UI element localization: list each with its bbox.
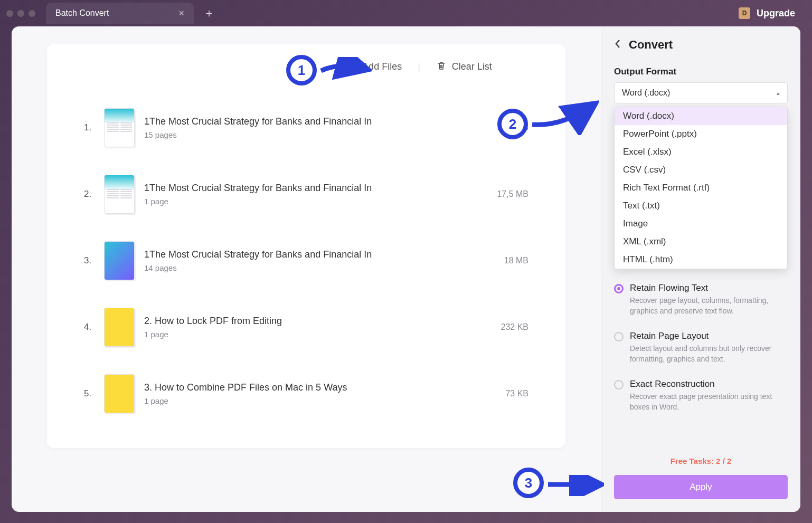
file-meta: 3. How to Combine PDF Files on Mac in 5 …	[144, 382, 471, 405]
caret-up-icon: ▴	[777, 90, 780, 97]
file-list: 1.1The Most Crucial Strategy for Banks a…	[47, 94, 565, 427]
add-tab-button[interactable]: ＋	[203, 5, 215, 21]
format-option[interactable]: PowerPoint (.pptx)	[615, 125, 787, 143]
file-pages: 1 page	[144, 330, 471, 339]
file-size: 73 KB	[481, 389, 528, 398]
file-index: 1.	[84, 122, 95, 133]
upgrade-area[interactable]: D Upgrade	[739, 7, 795, 19]
toolbar-separator: |	[418, 61, 420, 72]
tab-title: Batch Convert	[55, 8, 109, 18]
main-panel: Add Files | Clear List 1.1The Most Cruci…	[12, 26, 601, 512]
output-format-dropdown[interactable]: Word (.docx)PowerPoint (.pptx)Excel (.xl…	[614, 107, 788, 269]
back-icon[interactable]	[614, 39, 621, 52]
format-option[interactable]: Text (.txt)	[615, 197, 787, 215]
file-card: Add Files | Clear List 1.1The Most Cruci…	[47, 44, 565, 448]
layout-mode-radios: Retain Flowing TextRecover page layout, …	[601, 269, 800, 420]
file-row[interactable]: 3.1The Most Crucial Strategy for Banks a…	[84, 227, 528, 294]
side-header: Convert	[601, 26, 800, 57]
close-tab-icon[interactable]: ×	[178, 8, 184, 19]
layout-radio[interactable]: Exact ReconstructionRecover exact page p…	[614, 372, 788, 420]
layout-radio[interactable]: Retain Page LayoutDetect layout and colu…	[614, 324, 788, 372]
output-format-selected: Word (.docx)	[622, 88, 670, 98]
file-row[interactable]: 4.2. How to Lock PDF from Editing1 page2…	[84, 294, 528, 360]
radio-description: Recover exact page presentation using te…	[630, 392, 788, 412]
output-format-select[interactable]: Word (.docx) ▴	[614, 82, 788, 103]
apply-label: Apply	[690, 482, 712, 492]
file-title: 1The Most Crucial Strategy for Banks and…	[144, 249, 471, 260]
annotation-1: 1	[286, 55, 317, 85]
file-title: 1The Most Crucial Strategy for Banks and…	[144, 183, 471, 194]
window-titlebar: Batch Convert × ＋ D Upgrade	[0, 0, 812, 26]
close-window-icon[interactable]	[6, 10, 13, 17]
format-option[interactable]: Excel (.xlsx)	[615, 143, 787, 161]
file-size: 17,5 MB	[481, 189, 528, 199]
file-title: 3. How to Combine PDF Files on Mac in 5 …	[144, 382, 471, 393]
radio-title: Retain Flowing Text	[630, 283, 788, 293]
file-thumbnail	[104, 108, 135, 147]
side-title: Convert	[629, 38, 673, 52]
file-pages: 1 page	[144, 396, 471, 405]
format-option[interactable]: XML (.xml)	[615, 233, 787, 251]
annotation-2: 2	[497, 109, 528, 139]
file-index: 4.	[84, 322, 95, 332]
file-meta: 1The Most Crucial Strategy for Banks and…	[144, 116, 471, 139]
file-meta: 1The Most Crucial Strategy for Banks and…	[144, 249, 471, 272]
convert-side-panel: Convert Output Format Word (.docx) ▴ Wor…	[601, 26, 800, 512]
format-option[interactable]: Word (.docx)	[615, 107, 787, 125]
clear-list-button[interactable]: Clear List	[436, 60, 492, 73]
radio-title: Exact Reconstruction	[630, 379, 788, 389]
file-thumbnail	[104, 175, 135, 214]
output-format-label: Output Format	[601, 57, 800, 82]
format-option[interactable]: HTML (.htm)	[615, 251, 787, 269]
format-option[interactable]: Rich Text Format (.rtf)	[615, 179, 787, 197]
file-row[interactable]: 5.3. How to Combine PDF Files on Mac in …	[84, 360, 528, 427]
file-title: 1The Most Crucial Strategy for Banks and…	[144, 116, 471, 127]
app-window: Add Files | Clear List 1.1The Most Cruci…	[12, 26, 800, 512]
avatar: D	[739, 7, 750, 19]
format-option[interactable]: CSV (.csv)	[615, 161, 787, 179]
annotation-arrow-3	[546, 475, 604, 496]
radio-icon	[614, 380, 624, 389]
annotation-arrow-2	[530, 98, 599, 135]
file-index: 5.	[84, 388, 95, 399]
format-option[interactable]: Image	[615, 215, 787, 233]
tab-batch-convert[interactable]: Batch Convert ×	[46, 3, 194, 24]
file-pages: 15 pages	[144, 130, 471, 139]
file-index: 3.	[84, 255, 95, 266]
file-size: 18 MB	[481, 256, 528, 265]
annotation-3: 3	[513, 468, 544, 498]
annotation-arrow-1	[319, 57, 372, 83]
file-index: 2.	[84, 189, 95, 199]
radio-description: Recover page layout, columns, formatting…	[630, 296, 788, 316]
file-row[interactable]: 2.1The Most Crucial Strategy for Banks a…	[84, 161, 528, 227]
file-thumbnail	[104, 308, 135, 347]
file-size: 232 KB	[481, 322, 528, 332]
file-title: 2. How to Lock PDF from Editing	[144, 316, 471, 327]
clear-list-label: Clear List	[452, 61, 492, 72]
layout-radio[interactable]: Retain Flowing TextRecover page layout, …	[614, 275, 788, 324]
radio-icon	[614, 332, 624, 341]
file-pages: 14 pages	[144, 263, 471, 272]
window-controls	[6, 10, 35, 17]
minimize-window-icon[interactable]	[17, 10, 24, 17]
apply-button[interactable]: Apply	[614, 475, 788, 499]
file-thumbnail	[104, 241, 135, 280]
maximize-window-icon[interactable]	[29, 10, 35, 17]
file-thumbnail	[104, 374, 135, 413]
file-pages: 1 page	[144, 197, 471, 206]
file-row[interactable]: 1.1The Most Crucial Strategy for Banks a…	[84, 94, 528, 161]
radio-description: Detect layout and columns but only recov…	[630, 344, 788, 364]
upgrade-label: Upgrade	[757, 8, 795, 19]
trash-icon	[436, 60, 447, 73]
free-tasks-label: Free Tasks: 2 / 2	[601, 457, 800, 465]
radio-icon	[614, 284, 624, 293]
radio-title: Retain Page Layout	[630, 331, 788, 341]
file-meta: 2. How to Lock PDF from Editing1 page	[144, 316, 471, 339]
file-meta: 1The Most Crucial Strategy for Banks and…	[144, 183, 471, 206]
